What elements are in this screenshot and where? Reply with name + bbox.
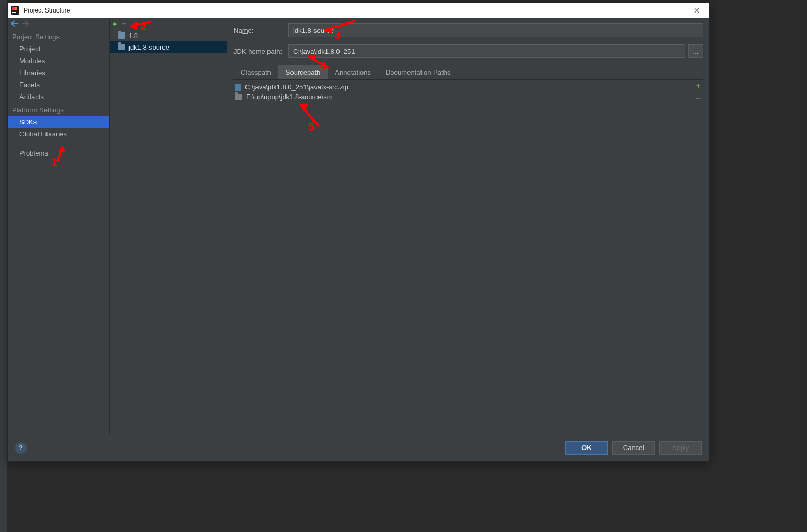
nav-item-problems[interactable]: Problems — [8, 147, 109, 159]
archive-icon — [235, 84, 241, 91]
remove-sdk-icon[interactable]: − — [121, 19, 126, 29]
sdk-detail-panel: Name: JDK home path: ... Classpath Sourc… — [227, 18, 709, 434]
nav-group-header: Project Settings — [8, 30, 109, 43]
project-structure-dialog: Project Structure Project Settings Proje… — [7, 2, 710, 462]
svg-rect-1 — [12, 7, 15, 10]
cancel-button[interactable]: Cancel — [612, 441, 655, 455]
tab-documentation-paths[interactable]: Documentation Paths — [378, 65, 458, 79]
sdk-item-label: jdk1.8-source — [128, 43, 169, 51]
sdk-folder-icon — [118, 32, 125, 39]
sdk-tabs: Classpath Sourcepath Annotations Documen… — [233, 65, 703, 80]
tab-classpath[interactable]: Classpath — [233, 65, 278, 79]
sourcepath-body: C:\java\jdk1.8.0_251\javafx-src.zip E:\u… — [233, 80, 703, 434]
source-entry-path: E:\up\upup\jdk1.8-source\src — [246, 93, 332, 101]
source-entry-path: C:\java\jdk1.8.0_251\javafx-src.zip — [245, 83, 348, 91]
tab-annotations[interactable]: Annotations — [328, 65, 378, 79]
add-source-icon[interactable]: + — [694, 81, 703, 90]
home-path-label: JDK home path: — [233, 48, 283, 55]
nav-item-facets[interactable]: Facets — [8, 79, 109, 91]
nav-item-libraries[interactable]: Libraries — [8, 67, 109, 79]
nav-item-project[interactable]: Project — [8, 43, 109, 55]
folder-icon — [235, 94, 242, 100]
tab-sourcepath[interactable]: Sourcepath — [278, 65, 328, 79]
source-entry[interactable]: C:\java\jdk1.8.0_251\javafx-src.zip — [233, 82, 703, 92]
titlebar: Project Structure — [8, 3, 709, 18]
svg-rect-3 — [12, 12, 16, 13]
nav-group-header: Platform Settings — [8, 103, 109, 116]
nav-item-artifacts[interactable]: Artifacts — [8, 91, 109, 103]
home-path-input[interactable] — [288, 44, 685, 58]
nav-forward-icon — [21, 20, 29, 28]
settings-nav: Project Settings Project Modules Librari… — [8, 18, 110, 434]
name-label: Name: — [233, 27, 283, 34]
sdk-item[interactable]: 1.8 — [110, 30, 227, 41]
sdk-folder-icon — [118, 44, 125, 50]
intellij-icon — [11, 6, 19, 15]
nav-item-modules[interactable]: Modules — [8, 55, 109, 67]
nav-back-icon[interactable] — [11, 20, 18, 28]
window-close-button[interactable] — [688, 3, 705, 18]
sdk-item[interactable]: jdk1.8-source — [110, 41, 227, 53]
sdk-item-label: 1.8 — [128, 32, 138, 40]
source-entry[interactable]: E:\up\upup\jdk1.8-source\src — [233, 92, 703, 102]
window-title: Project Structure — [24, 7, 688, 14]
sdk-list-panel: + − 1.8 jdk1.8-source — [110, 18, 227, 434]
svg-rect-2 — [15, 7, 17, 10]
apply-button[interactable]: Apply — [659, 441, 702, 455]
nav-item-global-libraries[interactable]: Global Libraries — [8, 128, 109, 140]
ok-button[interactable]: OK — [565, 441, 608, 455]
nav-item-sdks[interactable]: SDKs — [8, 116, 109, 128]
name-input[interactable] — [288, 23, 703, 37]
help-button[interactable]: ? — [15, 442, 27, 454]
dialog-footer: ? OK Cancel Apply — [8, 434, 709, 461]
remove-source-icon[interactable]: − — [694, 93, 703, 104]
add-sdk-icon[interactable]: + — [113, 20, 117, 28]
browse-home-button[interactable]: ... — [688, 44, 703, 58]
